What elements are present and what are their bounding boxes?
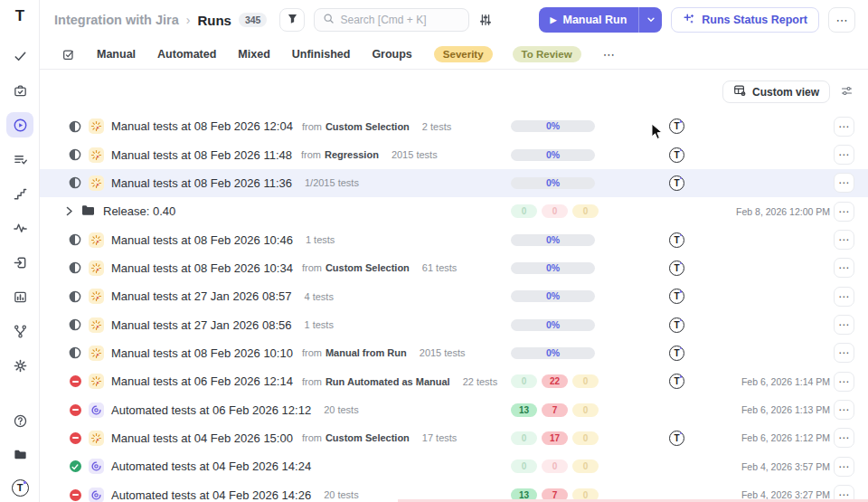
chevron-right-icon[interactable]: [66, 204, 73, 220]
automated-run-type-icon: [89, 488, 104, 502]
assignee-avatar[interactable]: T: [669, 232, 684, 248]
progress-value: 0%: [511, 262, 595, 274]
run-date: Feb 4, 2026 3:57 PM: [741, 452, 830, 480]
run-row[interactable]: Manual tests at 06 Feb 2026 12:14fromRun…: [40, 367, 868, 395]
display-settings-icon[interactable]: [478, 13, 493, 27]
row-main: Automated tests at 04 Feb 2026 14:24: [69, 452, 311, 480]
list-settings-icon[interactable]: [840, 84, 854, 101]
select-runs-icon[interactable]: [61, 48, 75, 62]
row-more-button[interactable]: ⋯: [834, 372, 854, 392]
row-more-button[interactable]: ⋯: [834, 457, 854, 477]
filter-pill-severity[interactable]: Severity: [434, 46, 493, 62]
row-more-button[interactable]: ⋯: [834, 230, 854, 250]
sidebar-item-tests-check[interactable]: [6, 43, 33, 69]
run-row[interactable]: Manual tests at 08 Feb 2026 11:361/2015 …: [40, 169, 868, 197]
filter-tab-mixed[interactable]: Mixed: [238, 48, 269, 61]
run-row[interactable]: Automated tests at 04 Feb 2026 14:24000F…: [40, 452, 868, 480]
row-more-button[interactable]: ⋯: [834, 428, 854, 448]
runs-list: Manual tests at 08 Feb 2026 12:04fromCus…: [40, 112, 868, 502]
progress-bar: 0%: [511, 262, 595, 274]
progress-bar: 0%: [511, 319, 595, 331]
run-source: Custom Selection: [326, 262, 410, 273]
run-metrics: 0%: [511, 169, 595, 197]
app-logo[interactable]: T: [0, 7, 40, 25]
sidebar-item-activity[interactable]: [6, 215, 33, 241]
breadcrumb-separator-icon: ›: [186, 13, 191, 27]
sidebar-item-analytics[interactable]: [6, 284, 33, 309]
filter-tab-automated[interactable]: Automated: [157, 48, 216, 61]
assignee-avatar[interactable]: T: [669, 289, 684, 304]
row-main: Manual tests at 08 Feb 2026 10:10fromMan…: [69, 339, 466, 367]
row-main: Manual tests at 08 Feb 2026 10:34fromCus…: [69, 254, 457, 282]
run-row[interactable]: Manual tests at 04 Feb 2026 15:00fromCus…: [40, 424, 868, 452]
status-passed-icon: [69, 460, 81, 473]
run-row[interactable]: Manual tests at 08 Feb 2026 11:48fromReg…: [40, 140, 868, 168]
from-label: from: [302, 376, 322, 387]
run-row[interactable]: Manual tests at 08 Feb 2026 10:10fromMan…: [40, 339, 868, 367]
sidebar-item-branch[interactable]: [6, 318, 33, 344]
search-input[interactable]: Search [Cmd + K]: [314, 8, 469, 32]
sidebar-item-settings-gear[interactable]: [6, 353, 33, 378]
assignee-avatar[interactable]: T: [669, 147, 684, 163]
sidebar-item-test-plan[interactable]: [6, 78, 33, 103]
sidebar-item-account-avatar[interactable]: T: [6, 475, 33, 500]
row-more-button[interactable]: ⋯: [834, 173, 854, 193]
automated-run-type-icon: [89, 403, 104, 418]
row-more-button[interactable]: ⋯: [834, 117, 854, 137]
run-metrics: 000: [511, 197, 599, 225]
account-avatar: T: [12, 479, 29, 497]
run-row[interactable]: Manual tests at 08 Feb 2026 10:461 tests…: [40, 225, 868, 253]
assignee-avatar[interactable]: T: [669, 374, 684, 389]
run-row[interactable]: Manual tests at 08 Feb 2026 12:04fromCus…: [40, 112, 868, 140]
assignee-avatar[interactable]: T: [669, 431, 684, 446]
row-more-button[interactable]: ⋯: [834, 202, 854, 222]
filter-pill-to-review[interactable]: To Review: [513, 46, 581, 62]
group-row[interactable]: Release: 0.40000Feb 8, 2026 12:00 PM⋯: [40, 197, 868, 225]
play-icon: ▶: [551, 15, 557, 24]
row-main: Automated tests at 04 Feb 2026 14:2620 t…: [69, 480, 359, 502]
row-more-button[interactable]: ⋯: [834, 145, 854, 165]
filter-tab-manual[interactable]: Manual: [97, 48, 136, 61]
sidebar-item-steps[interactable]: [6, 181, 33, 206]
row-main: Release: 0.40: [66, 197, 175, 225]
sidebar-item-projects-folder[interactable]: [6, 441, 33, 467]
sidebar-item-import[interactable]: [6, 250, 33, 275]
run-row[interactable]: Automated tests at 06 Feb 2026 12:1220 t…: [40, 395, 868, 423]
sidebar-item-checklist[interactable]: [6, 147, 33, 172]
manual-run-dropdown-button[interactable]: [638, 7, 662, 33]
run-row[interactable]: Manual tests at 27 Jan 2026 08:561 tests…: [40, 310, 868, 338]
sidebar-item-help[interactable]: [6, 408, 33, 433]
run-source: Custom Selection: [326, 432, 410, 443]
breadcrumb-project[interactable]: Integration with Jira: [54, 13, 179, 27]
assignee-avatar[interactable]: T: [669, 118, 684, 134]
chevron-down-icon: [646, 12, 656, 28]
row-more-button[interactable]: ⋯: [834, 343, 854, 363]
manual-run-button[interactable]: ▶ Manual Run: [539, 7, 639, 33]
row-more-button[interactable]: ⋯: [834, 400, 854, 420]
sidebar: T T: [0, 0, 40, 502]
custom-view-button[interactable]: Custom view: [722, 81, 830, 103]
row-more-button[interactable]: ⋯: [834, 315, 854, 335]
sidebar-item-runs-play[interactable]: [6, 112, 33, 137]
from-label: from: [302, 432, 322, 443]
runs-play-icon: [13, 118, 28, 133]
breadcrumb-page[interactable]: Runs: [197, 13, 231, 28]
filter-tab-groups[interactable]: Groups: [372, 48, 411, 61]
row-more-button[interactable]: ⋯: [834, 287, 854, 307]
header-more-button[interactable]: ⋯: [828, 7, 855, 33]
assignee-avatar[interactable]: T: [669, 317, 684, 333]
run-metrics: 0%: [511, 112, 595, 140]
filter-tab-unfinished[interactable]: Unfinished: [292, 48, 351, 61]
run-row[interactable]: Manual tests at 27 Jan 2026 08:574 tests…: [40, 282, 868, 310]
result-badge: 0: [542, 459, 568, 473]
assignee-avatar[interactable]: T: [669, 346, 684, 361]
assignee-avatar[interactable]: T: [669, 175, 684, 191]
row-more-button[interactable]: ⋯: [834, 258, 854, 278]
filter-button[interactable]: [279, 8, 305, 32]
runs-status-report-button[interactable]: Runs Status Report: [671, 7, 819, 33]
run-row[interactable]: Manual tests at 08 Feb 2026 10:34fromCus…: [40, 254, 868, 282]
avatar-accent: [680, 149, 683, 152]
run-tests-count: 20 tests: [324, 489, 359, 500]
filters-more-button[interactable]: ⋯: [603, 48, 615, 62]
assignee-avatar[interactable]: T: [669, 260, 684, 276]
